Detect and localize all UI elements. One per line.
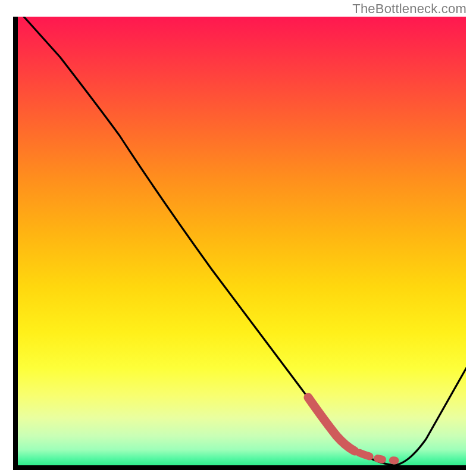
highlight-curve-solid: [308, 397, 355, 451]
bottleneck-curve: [24, 17, 466, 465]
chart-container: TheBottleneck.com: [0, 0, 476, 476]
highlight-curve-dashed: [359, 453, 395, 461]
plot-area: [15, 17, 466, 468]
curve-layer: [15, 17, 466, 468]
attribution-label: TheBottleneck.com: [352, 1, 466, 17]
